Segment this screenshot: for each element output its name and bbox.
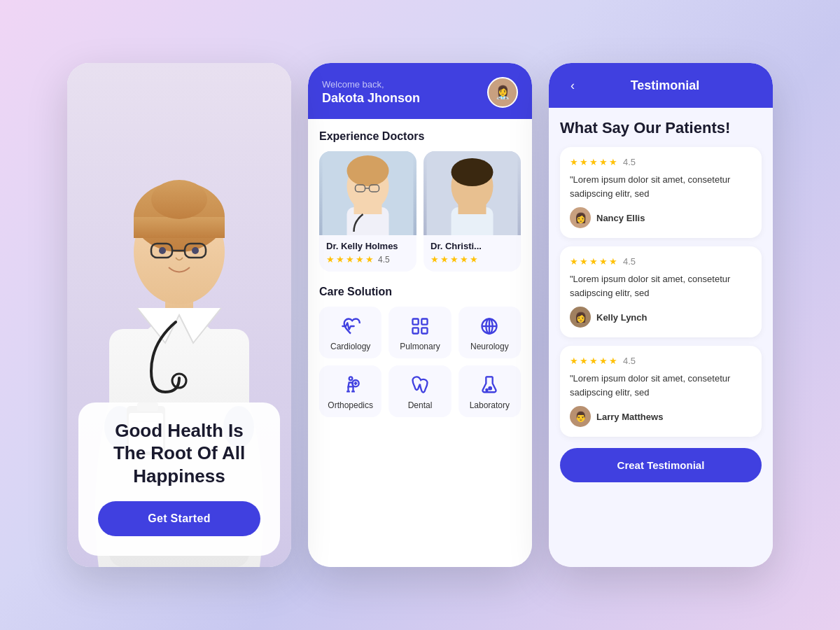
doctor-rating-christi: ★ ★ ★ ★ ★: [430, 254, 514, 265]
t2-star4: ★: [599, 256, 608, 267]
doctor-photo-christi: [424, 151, 521, 235]
svg-point-12: [192, 247, 199, 254]
orthopedics-icon: [341, 375, 360, 395]
dental-icon: [410, 375, 430, 395]
testimonial-card-3: ★ ★ ★ ★ ★ 4.5 "Lorem ipsum dolor sit ame…: [560, 346, 762, 437]
doctor-card-christi[interactable]: Dr. Christi... ★ ★ ★ ★ ★: [424, 151, 521, 272]
star-2: ★: [336, 254, 344, 265]
create-testimonial-button[interactable]: Creat Testimonial: [560, 448, 762, 482]
svg-rect-37: [412, 328, 418, 333]
pulmonary-label: Pulmonary: [400, 342, 440, 351]
t1-name: Nancy Ellis: [596, 213, 645, 223]
header-text: Welcome back, Dakota Jhonson: [322, 79, 420, 106]
care-item-neurology[interactable]: Neurology: [458, 307, 521, 358]
t3-star2: ★: [580, 356, 588, 366]
svg-point-24: [347, 155, 389, 186]
t2-quote: "Lorem ipsum dolor sit amet, consetetur …: [570, 272, 752, 300]
t2-stars: ★ ★ ★ ★ ★ 4.5: [570, 256, 752, 267]
t1-quote: "Lorem ipsum dolor sit amet, consetetur …: [570, 173, 752, 200]
doctor-name-christi: Dr. Christi...: [430, 241, 514, 251]
testimonial-card-2: ★ ★ ★ ★ ★ 4.5 "Lorem ipsum dolor sit ame…: [560, 246, 762, 337]
svg-point-11: [159, 247, 166, 254]
svg-rect-38: [421, 328, 427, 333]
t2-rating: 4.5: [623, 256, 636, 267]
star-half: ★: [365, 254, 374, 265]
star-4: ★: [356, 254, 364, 265]
dashboard-screen: Welcome back, Dakota Jhonson 👩‍⚕️ Experi…: [308, 63, 532, 567]
t1-star1: ★: [570, 157, 578, 167]
cardiology-icon: [341, 316, 360, 336]
cta-overlay: Good Health Is The Root Of All Happiness…: [78, 402, 280, 556]
t1-rating: 4.5: [623, 157, 636, 167]
svg-rect-36: [421, 319, 427, 325]
svg-point-43: [349, 377, 352, 380]
back-button[interactable]: ‹: [563, 76, 582, 95]
dashboard-header: Welcome back, Dakota Jhonson 👩‍⚕️: [308, 63, 532, 119]
t2-star3: ★: [589, 256, 598, 267]
doctor-info-kelly: Dr. Kelly Holmes ★ ★ ★ ★ ★ 4.5: [319, 235, 416, 272]
t2-user: 👩 Kelly Lynch: [570, 307, 752, 328]
t1-star3: ★: [589, 157, 598, 167]
svg-rect-26: [354, 200, 382, 214]
cardiology-label: Cardiology: [330, 342, 370, 351]
svg-point-47: [486, 389, 488, 391]
t1-user: 👩 Nancy Ellis: [570, 207, 752, 228]
star-c-half: ★: [470, 254, 478, 265]
star-c2: ★: [440, 254, 449, 265]
laboratory-label: Laboratory: [470, 400, 510, 410]
avatar[interactable]: 👩‍⚕️: [487, 77, 518, 108]
orthopedics-label: Orthopedics: [328, 400, 373, 410]
t3-star-half: ★: [609, 356, 617, 366]
svg-point-32: [451, 158, 493, 186]
t1-stars: ★ ★ ★ ★ ★ 4.5: [570, 157, 752, 167]
care-grid: Cardiology Pulmonary: [319, 307, 521, 417]
t1-avatar: 👩: [570, 207, 591, 228]
testimonial-title: Testimonial: [591, 78, 759, 93]
testimonial-screen: ‹ Testimonial What Say Our Patients! ★ ★…: [549, 63, 773, 567]
doctor-info-christi: Dr. Christi... ★ ★ ★ ★ ★: [424, 235, 521, 272]
svg-point-46: [489, 387, 492, 390]
testimonial-body: What Say Our Patients! ★ ★ ★ ★ ★ 4.5 "Lo…: [549, 108, 773, 567]
dental-label: Dental: [408, 400, 433, 410]
laboratory-icon: [479, 375, 499, 395]
hero-headline: Good Health Is The Root Of All Happiness: [98, 419, 260, 488]
doctor-rating-kelly: ★ ★ ★ ★ ★ 4.5: [326, 254, 410, 265]
care-item-laboratory[interactable]: Laboratory: [458, 365, 521, 417]
care-item-dental[interactable]: Dental: [388, 365, 451, 417]
doctors-list: Dr. Kelly Holmes ★ ★ ★ ★ ★ 4.5: [319, 151, 521, 272]
get-started-button[interactable]: Get Started: [98, 501, 260, 536]
star-c1: ★: [430, 254, 439, 265]
t3-quote: "Lorem ipsum dolor sit amet, consetetur …: [570, 372, 752, 399]
rating-num-kelly: 4.5: [378, 255, 390, 265]
t3-star1: ★: [570, 356, 578, 366]
svg-point-7: [151, 180, 207, 219]
star-3: ★: [346, 254, 354, 265]
svg-rect-6: [134, 217, 225, 238]
care-item-pulmonary[interactable]: Pulmonary: [388, 307, 451, 358]
doctor-card-kelly[interactable]: Dr. Kelly Holmes ★ ★ ★ ★ ★ 4.5: [319, 151, 416, 272]
doctor-photo-kelly: [319, 151, 416, 235]
user-name: Dakota Jhonson: [322, 91, 420, 106]
dashboard-body: Experience Doctors: [308, 119, 532, 567]
t2-star1: ★: [570, 256, 578, 267]
t3-stars: ★ ★ ★ ★ ★ 4.5: [570, 356, 752, 366]
t1-star-half: ★: [609, 157, 617, 167]
t3-user: 👨 Larry Matthews: [570, 406, 752, 427]
care-section-title: Care Solution: [319, 286, 521, 298]
star-1: ★: [326, 254, 335, 265]
welcome-text: Welcome back,: [322, 79, 420, 90]
testimonial-card-1: ★ ★ ★ ★ ★ 4.5 "Lorem ipsum dolor sit ame…: [560, 147, 762, 238]
onboarding-screen: Good Health Is The Root Of All Happiness…: [67, 63, 291, 567]
star-c3: ★: [450, 254, 458, 265]
t3-rating: 4.5: [623, 356, 636, 366]
star-c4: ★: [460, 254, 468, 265]
svg-rect-35: [412, 319, 418, 325]
svg-rect-34: [458, 200, 486, 214]
pulmonary-icon: [410, 316, 430, 336]
t3-name: Larry Matthews: [596, 412, 663, 422]
doctor-name-kelly: Dr. Kelly Holmes: [326, 241, 410, 251]
t1-star2: ★: [580, 157, 588, 167]
care-item-orthopedics[interactable]: Orthopedics: [319, 365, 382, 417]
care-item-cardiology[interactable]: Cardiology: [319, 307, 382, 358]
neurology-icon: [479, 316, 499, 336]
